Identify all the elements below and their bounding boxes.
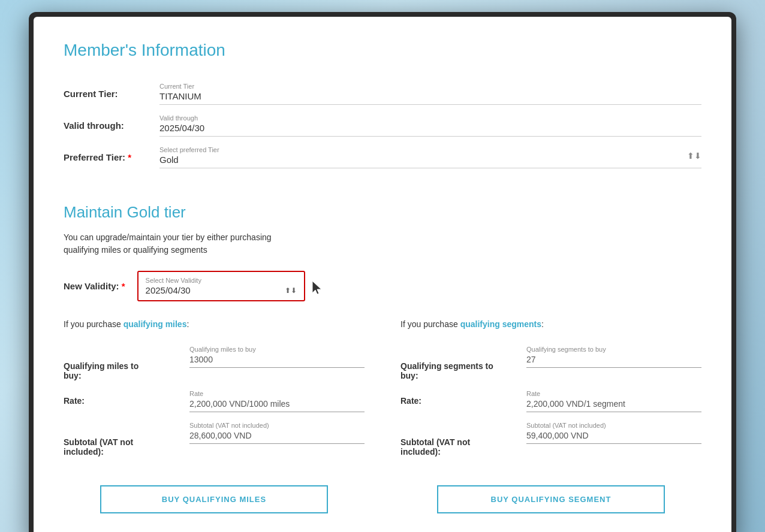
new-validity-arrow-icon: ⬆⬇: [285, 286, 297, 295]
segments-qualifying-field: Qualifying segments to buy 27: [526, 341, 701, 368]
miles-qualifying-label: Qualifying miles to buy:: [64, 341, 189, 380]
new-validity-label: New Validity: *: [64, 281, 125, 291]
member-info-title: Member's Information: [64, 41, 701, 60]
miles-subtotal-row: Subtotal (VAT not included): Subtotal (V…: [64, 417, 365, 457]
preferred-tier-value: Gold: [159, 155, 179, 165]
segments-subtotal-field: Subtotal (VAT not included) 59,400,000 V…: [526, 417, 701, 444]
buy-qualifying-miles-button[interactable]: BUY QUALIFYING MILES: [100, 485, 328, 513]
valid-through-field: Valid through 2025/04/30: [159, 110, 701, 137]
segments-subtotal-row: Subtotal (VAT not included): Subtotal (V…: [400, 417, 701, 457]
cursor-indicator: [311, 280, 324, 299]
preferred-tier-field[interactable]: Select preferred Tier Gold ⬆⬇: [159, 141, 701, 168]
current-tier-value: TITANIUM: [159, 91, 201, 101]
miles-header: If you purchase qualifying miles:: [64, 319, 365, 329]
maintain-section: Maintain Gold tier You can upgrade/maint…: [64, 203, 701, 513]
main-card: Member's Information Current Tier: Valid…: [34, 17, 731, 532]
buttons-row: BUY QUALIFYING MILES BUY QUALIFYING SEGM…: [64, 485, 701, 513]
valid-through-value: 2025/04/30: [159, 123, 204, 133]
current-tier-label: Current Tier:: [64, 78, 159, 110]
description: You can upgrade/maintain your tier by ei…: [64, 231, 701, 256]
miles-qualifying-row: Qualifying miles to buy: Qualifying mile…: [64, 341, 365, 380]
preferred-tier-field-label: Select preferred Tier: [159, 146, 219, 153]
segments-qualifying-row: Qualifying segments to buy: Qualifying s…: [400, 341, 701, 380]
segments-header: If you purchase qualifying segments:: [400, 319, 701, 329]
miles-qualifying-field: Qualifying miles to buy 13000: [189, 341, 365, 368]
current-tier-field: Current Tier TITANIUM: [159, 78, 701, 105]
miles-column: If you purchase qualifying miles: Qualif…: [64, 319, 365, 461]
miles-rate-row: Rate: Rate 2,200,000 VND/1000 miles: [64, 385, 365, 412]
segments-subtotal-label: Subtotal (VAT not included):: [400, 417, 526, 457]
info-values-col: Current Tier TITANIUM Valid through 2025…: [159, 78, 701, 173]
miles-rate-field: Rate 2,200,000 VND/1000 miles: [189, 385, 365, 412]
valid-through-label: Valid through:: [64, 110, 159, 141]
new-validity-select[interactable]: Select New Validity 2025/04/30 ⬆⬇: [137, 271, 305, 301]
miles-rate-label: Rate:: [64, 385, 189, 406]
preferred-tier-label: Preferred Tier: *: [64, 141, 159, 173]
new-validity-value: 2025/04/30: [146, 285, 191, 295]
member-info-section: Member's Information Current Tier: Valid…: [64, 41, 701, 173]
segments-qualifying-label: Qualifying segments to buy:: [400, 341, 526, 380]
maintain-title: Maintain Gold tier: [64, 203, 701, 222]
preferred-tier-arrow-icon: ⬆⬇: [687, 151, 701, 161]
miles-subtotal-label: Subtotal (VAT not included):: [64, 417, 189, 457]
window-frame: Member's Information Current Tier: Valid…: [29, 12, 736, 532]
member-info-layout: Current Tier: Valid through: Preferred T…: [64, 78, 701, 173]
segments-rate-field: Rate 2,200,000 VND/1 segment: [526, 385, 701, 412]
purchase-options-grid: If you purchase qualifying miles: Qualif…: [64, 319, 701, 461]
current-tier-field-label: Current Tier: [159, 83, 701, 90]
segments-column: If you purchase qualifying segments: Qua…: [400, 319, 701, 461]
new-validity-field-label: Select New Validity: [146, 277, 297, 284]
miles-subtotal-field: Subtotal (VAT not included) 28,600,000 V…: [189, 417, 365, 444]
valid-through-field-label: Valid through: [159, 114, 701, 122]
info-labels-col: Current Tier: Valid through: Preferred T…: [64, 78, 159, 173]
segments-rate-row: Rate: Rate 2,200,000 VND/1 segment: [400, 385, 701, 412]
segments-rate-label: Rate:: [400, 385, 526, 406]
new-validity-row: New Validity: * Select New Validity 2025…: [64, 271, 701, 301]
buy-qualifying-segment-button[interactable]: BUY QUALIFYING SEGMENT: [437, 485, 665, 513]
